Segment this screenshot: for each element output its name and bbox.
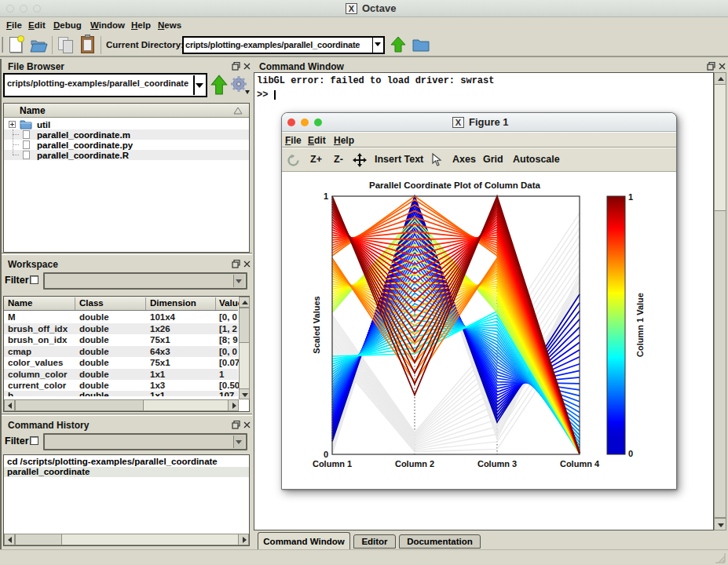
svg-text:1: 1 [628, 192, 633, 202]
svg-text:Column 2: Column 2 [395, 459, 434, 468]
svg-text:1: 1 [324, 191, 328, 201]
svg-text:Column 4: Column 4 [560, 459, 600, 468]
svg-text:Column 1: Column 1 [313, 459, 352, 468]
svg-text:0: 0 [324, 450, 328, 459]
svg-text:Column 1 Value: Column 1 Value [635, 293, 645, 357]
svg-text:Parallel Coordinate Plot of Co: Parallel Coordinate Plot of Column Data [369, 180, 540, 190]
svg-text:Column 3: Column 3 [477, 459, 517, 468]
svg-text:0: 0 [628, 449, 633, 458]
svg-text:Scaled Values: Scaled Values [312, 296, 321, 353]
